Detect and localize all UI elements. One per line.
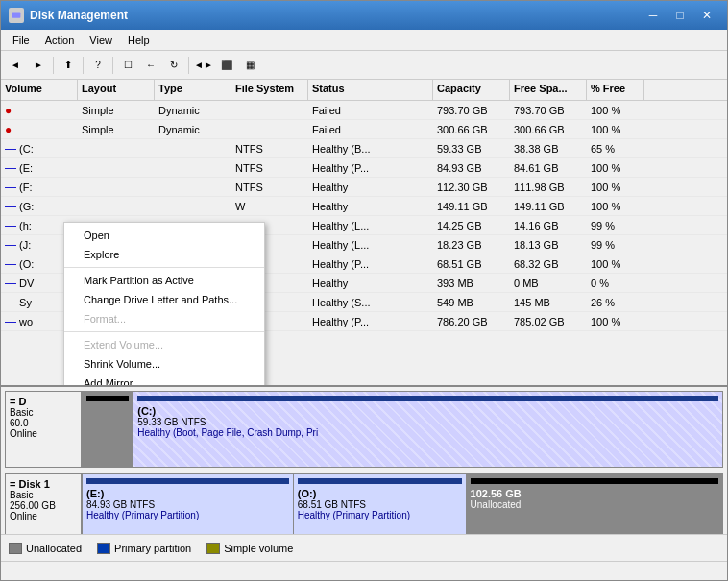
unalloc-status: Unallocated bbox=[471, 499, 718, 510]
map-btn[interactable]: ☐ bbox=[117, 55, 138, 76]
back-button[interactable]: ◄ bbox=[5, 55, 26, 76]
td-freepct: 100 % bbox=[587, 123, 644, 136]
col-header-status[interactable]: Status bbox=[308, 80, 433, 100]
td-freespace: 111.98 GB bbox=[510, 181, 587, 194]
disk-1-type: Basic bbox=[10, 490, 77, 500]
table-header: Volume Layout Type File System Status Ca… bbox=[1, 80, 727, 101]
table-row[interactable]: — (C: NTFS Healthy (B... 59.33 GB 38.38 … bbox=[1, 139, 727, 158]
td-freespace: 149.11 GB bbox=[510, 200, 587, 213]
disk-1-row: = Disk 1 Basic 256.00 GB Online (E:) 84.… bbox=[5, 473, 723, 534]
disk-0-row: = D Basic 60.0 Online (C:) 59.33 GB NTFS bbox=[5, 391, 723, 468]
svg-rect-1 bbox=[12, 12, 21, 17]
o-drive-status: Healthy (Primary Partition) bbox=[298, 510, 462, 520]
disk-1-o[interactable]: (O:) 68.51 GB NTFS Healthy (Primary Part… bbox=[294, 474, 467, 534]
disk-1-name: = Disk 1 bbox=[10, 478, 77, 490]
disk-0-size: 60.0 bbox=[10, 418, 77, 428]
refresh-btn[interactable]: ↻ bbox=[163, 55, 184, 76]
td-layout bbox=[78, 186, 155, 188]
cm-item-format---: Format... bbox=[64, 309, 264, 328]
forward-button[interactable]: ► bbox=[28, 55, 49, 76]
disk-1-status: Online bbox=[10, 511, 77, 521]
table-row[interactable]: ● Simple Dynamic Failed 793.70 GB 793.70… bbox=[1, 101, 727, 120]
td-freepct: 100 % bbox=[587, 104, 644, 117]
menu-file[interactable]: File bbox=[5, 33, 37, 48]
td-capacity: 84.93 GB bbox=[433, 161, 510, 175]
disk-1-size: 256.00 GB bbox=[10, 500, 77, 511]
legend-primary: Primary partition bbox=[97, 543, 191, 554]
export-btn[interactable]: ← bbox=[140, 55, 161, 76]
cm-item-explore[interactable]: Explore bbox=[64, 245, 264, 264]
cm-item-shrink-volume---[interactable]: Shrink Volume... bbox=[64, 354, 264, 374]
up-button[interactable]: ⬆ bbox=[58, 55, 79, 76]
td-capacity: 786.20 GB bbox=[433, 315, 510, 328]
cm-item-open[interactable]: Open bbox=[64, 226, 264, 245]
o-drive-size: 68.51 GB NTFS bbox=[298, 499, 462, 510]
td-fs: W bbox=[231, 200, 308, 213]
col-header-type[interactable]: Type bbox=[155, 80, 231, 100]
td-capacity: 300.66 GB bbox=[433, 123, 510, 136]
vol-prop-btn[interactable]: ▦ bbox=[239, 55, 260, 76]
maximize-button[interactable]: □ bbox=[667, 6, 692, 25]
td-fs: NTFS bbox=[231, 142, 308, 156]
td-status: Failed bbox=[308, 104, 433, 117]
td-freespace: 68.32 GB bbox=[510, 257, 587, 271]
disk-prop-btn[interactable]: ⬛ bbox=[216, 55, 237, 76]
td-volume: — (F: bbox=[1, 180, 78, 195]
table-row[interactable]: ● Simple Dynamic Failed 300.66 GB 300.66… bbox=[1, 120, 727, 139]
cm-separator bbox=[64, 331, 264, 332]
menu-action[interactable]: Action bbox=[37, 33, 83, 48]
menu-bar: File Action View Help bbox=[1, 30, 727, 51]
table-row[interactable]: — (F: NTFS Healthy 112.30 GB 111.98 GB 1… bbox=[1, 178, 727, 197]
table-row[interactable]: — (G: W Healthy 149.11 GB 149.11 GB 100 … bbox=[1, 197, 727, 216]
td-volume: — (G: bbox=[1, 199, 78, 214]
td-status: Healthy (L... bbox=[308, 238, 433, 252]
title-bar-controls: ─ □ ✕ bbox=[641, 6, 719, 25]
main-area: Volume Layout Type File System Status Ca… bbox=[1, 80, 727, 561]
col-header-freepct[interactable]: % Free bbox=[587, 80, 644, 100]
disk-1-e[interactable]: (E:) 84.93 GB NTFS Healthy (Primary Part… bbox=[83, 474, 294, 534]
c-drive-label: (C:) bbox=[137, 405, 718, 417]
table-row[interactable]: — (E: NTFS Healthy (P... 84.93 GB 84.61 … bbox=[1, 158, 727, 178]
disk-0-type: Basic bbox=[10, 407, 77, 418]
td-status: Healthy (P... bbox=[308, 257, 433, 271]
td-volume: — (E: bbox=[1, 160, 78, 176]
part-bar-black-unalloc bbox=[471, 478, 718, 484]
context-menu: OpenExploreMark Partition as ActiveChang… bbox=[63, 222, 265, 387]
part-bar-blue bbox=[137, 396, 718, 401]
minimize-button[interactable]: ─ bbox=[641, 6, 666, 25]
e-drive-status: Healthy (Primary Partition) bbox=[86, 510, 289, 520]
disk-0-unalloc[interactable] bbox=[83, 392, 133, 467]
cm-item-mark-partition-as-active[interactable]: Mark Partition as Active bbox=[64, 271, 264, 290]
menu-help[interactable]: Help bbox=[120, 33, 158, 48]
col-header-fs[interactable]: File System bbox=[231, 80, 308, 100]
td-capacity: 59.33 GB bbox=[433, 142, 510, 156]
rescan-btn[interactable]: ◄► bbox=[193, 55, 214, 76]
close-button[interactable]: ✕ bbox=[694, 6, 719, 25]
window-title: Disk Management bbox=[30, 9, 635, 22]
col-header-capacity[interactable]: Capacity bbox=[433, 80, 510, 100]
td-fs: NTFS bbox=[231, 181, 308, 194]
help-btn[interactable]: ? bbox=[87, 55, 109, 76]
cm-item-change-drive-letter-and-paths---[interactable]: Change Drive Letter and Paths... bbox=[64, 290, 264, 309]
legend-primary-box bbox=[97, 543, 110, 554]
td-status: Failed bbox=[308, 123, 433, 136]
disk-1-unalloc[interactable]: 102.56 GB Unallocated bbox=[467, 474, 722, 534]
menu-view[interactable]: View bbox=[82, 33, 120, 48]
col-header-volume[interactable]: Volume bbox=[1, 80, 78, 100]
td-layout bbox=[78, 167, 155, 169]
legend-primary-label: Primary partition bbox=[114, 543, 191, 554]
legend-unalloc-box bbox=[9, 543, 22, 554]
td-type bbox=[155, 148, 231, 150]
col-header-freespace[interactable]: Free Spa... bbox=[510, 80, 587, 100]
td-type bbox=[155, 186, 231, 188]
cm-item-add-mirror---[interactable]: Add Mirror... bbox=[64, 374, 264, 387]
disk-0-content: (C:) 59.33 GB NTFS Healthy (Boot, Page F… bbox=[82, 391, 723, 468]
col-header-layout[interactable]: Layout bbox=[78, 80, 155, 100]
td-capacity: 149.11 GB bbox=[433, 200, 510, 213]
td-status: Healthy (P... bbox=[308, 315, 433, 328]
title-bar: Disk Management ─ □ ✕ bbox=[1, 1, 727, 30]
td-capacity: 793.70 GB bbox=[433, 104, 510, 117]
part-bar-blue-e bbox=[86, 478, 289, 484]
td-volume: — (C: bbox=[1, 141, 78, 157]
disk-0-c[interactable]: (C:) 59.33 GB NTFS Healthy (Boot, Page F… bbox=[133, 392, 722, 467]
